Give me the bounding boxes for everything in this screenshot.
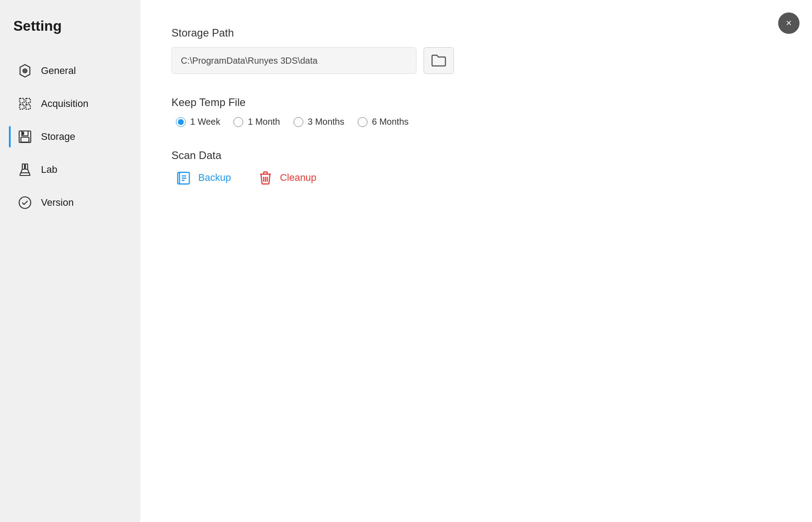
radio-6months[interactable]	[358, 117, 367, 127]
svg-point-14	[19, 197, 31, 208]
svg-marker-0	[20, 65, 30, 77]
sidebar-nav: General Acquisition	[9, 57, 131, 217]
svg-rect-4	[26, 98, 30, 103]
svg-rect-12	[25, 164, 28, 169]
sidebar-item-acquisition[interactable]: Acquisition	[9, 90, 131, 118]
lab-icon	[17, 162, 33, 178]
main-content: × Storage Path Keep Temp File 1 Week	[140, 0, 812, 522]
svg-point-1	[23, 69, 27, 73]
radio-1month[interactable]	[233, 117, 243, 127]
radio-3months[interactable]	[294, 117, 303, 127]
svg-rect-11	[22, 164, 24, 169]
radio-label-3months: 3 Months	[308, 117, 344, 127]
cleanup-button[interactable]: Cleanup	[257, 170, 316, 186]
sidebar-item-label-acquisition: Acquisition	[41, 98, 88, 110]
sidebar-item-general[interactable]: General	[9, 57, 131, 85]
radio-option-6months[interactable]: 6 Months	[358, 117, 408, 127]
backup-label: Backup	[198, 172, 231, 184]
sidebar-item-storage[interactable]: Storage	[9, 122, 131, 151]
sidebar-item-version[interactable]: Version	[9, 188, 131, 217]
scan-data-label: Scan Data	[171, 149, 781, 162]
radio-option-1month[interactable]: 1 Month	[233, 117, 280, 127]
sidebar: Setting General	[0, 0, 140, 522]
close-button[interactable]: ×	[778, 12, 800, 34]
keep-temp-section: Keep Temp File 1 Week 1 Month 3 Months 6…	[171, 96, 781, 127]
scan-frame-icon	[17, 96, 33, 112]
scan-data-section: Scan Data Backup	[171, 149, 781, 186]
svg-rect-6	[26, 105, 30, 109]
temp-radio-group: 1 Week 1 Month 3 Months 6 Months	[171, 117, 781, 127]
sidebar-item-label-general: General	[41, 65, 76, 77]
svg-rect-10	[23, 132, 24, 135]
save-icon	[17, 129, 33, 145]
sidebar-item-label-lab: Lab	[41, 164, 57, 175]
radio-label-1week: 1 Week	[190, 117, 220, 127]
radio-label-6months: 6 Months	[372, 117, 408, 127]
app-title: Setting	[9, 18, 131, 34]
radio-option-3months[interactable]: 3 Months	[294, 117, 344, 127]
storage-path-label: Storage Path	[171, 27, 781, 39]
radio-option-1week[interactable]: 1 Week	[176, 117, 220, 127]
sidebar-item-lab[interactable]: Lab	[9, 155, 131, 184]
radio-1week[interactable]	[176, 117, 186, 127]
version-icon	[17, 195, 33, 211]
storage-path-row	[171, 47, 781, 74]
svg-point-2	[24, 70, 26, 72]
browse-folder-button[interactable]	[424, 47, 454, 74]
trash-icon	[257, 170, 273, 186]
gear-hex-icon	[17, 63, 33, 79]
radio-label-1month: 1 Month	[248, 117, 280, 127]
backup-icon	[176, 170, 192, 186]
storage-path-input[interactable]	[171, 47, 416, 74]
settings-window: Setting General	[0, 0, 812, 522]
keep-temp-label: Keep Temp File	[171, 96, 781, 109]
svg-rect-9	[21, 137, 29, 142]
svg-rect-3	[20, 98, 24, 103]
scan-actions: Backup Cleanup	[171, 170, 781, 186]
backup-button[interactable]: Backup	[176, 170, 231, 186]
svg-rect-5	[20, 105, 24, 109]
folder-icon	[431, 53, 447, 69]
cleanup-label: Cleanup	[280, 172, 316, 184]
sidebar-item-label-storage: Storage	[41, 131, 75, 143]
sidebar-item-label-version: Version	[41, 197, 73, 208]
